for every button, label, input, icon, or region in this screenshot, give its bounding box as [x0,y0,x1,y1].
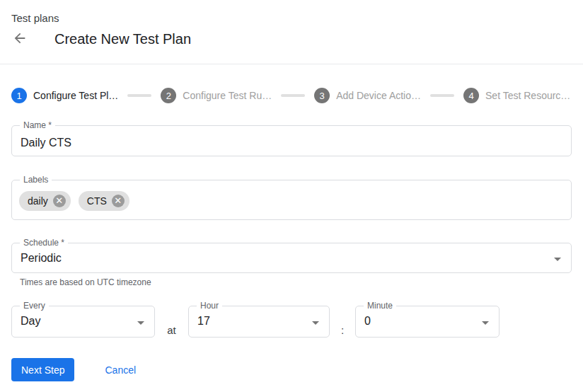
label-chip-cts[interactable]: CTS ✕ [79,191,129,211]
stepper: 1 Configure Test Pl… 2 Configure Test Ru… [0,84,583,107]
next-step-button[interactable]: Next Step [11,358,74,381]
colon-text: : [330,324,355,338]
name-field-label: Name * [20,120,55,130]
schedule-value: Periodic [12,243,571,265]
page-title: Create New Test Plan [54,31,191,47]
cancel-button[interactable]: Cancel [99,360,142,380]
minute-field-label: Minute [364,301,396,311]
chip-text: daily [28,195,48,207]
labels-field-label: Labels [20,175,52,185]
schedule-field-label: Schedule * [20,238,68,248]
chips-row: daily ✕ CTS ✕ [12,180,571,211]
caret-down-icon [137,321,144,325]
stepper-step-add-device-actions[interactable]: 3 Add Device Actio… [314,88,421,103]
every-field-label: Every [20,301,49,311]
step-label: Configure Test Pl… [33,90,118,101]
step-label: Configure Test Ru… [183,90,272,101]
caret-down-icon [312,321,319,325]
name-field: Name * [11,125,572,156]
title-row: Create New Test Plan [0,28,583,50]
step-connector [281,94,305,97]
arrow-left-icon [12,30,28,48]
stepper-step-configure-test-plan[interactable]: 1 Configure Test Pl… [11,88,118,103]
stepper-step-set-test-resources[interactable]: 4 Set Test Resourc… [463,88,570,103]
step-connector [430,94,454,97]
at-text: at [155,324,188,338]
step-number-badge: 2 [161,88,176,103]
step-number-badge: 3 [314,88,330,103]
labels-field[interactable]: Labels daily ✕ CTS ✕ [11,180,572,220]
periodic-schedule-row: Every Day at Hour 17 : Minute 0 [0,306,583,338]
step-number-badge: 1 [11,88,27,103]
schedule-select[interactable]: Schedule * Periodic [11,243,572,273]
every-select[interactable]: Every Day [11,306,155,338]
step-connector [127,94,151,97]
name-input[interactable] [12,126,571,156]
caret-down-icon [554,258,561,261]
hour-field-label: Hour [197,301,222,311]
label-chip-daily[interactable]: daily ✕ [19,191,71,211]
caret-down-icon [482,321,489,325]
step-number-badge: 4 [463,88,479,103]
minute-select[interactable]: Minute 0 [355,306,500,338]
chip-remove-icon[interactable]: ✕ [53,195,66,207]
chip-remove-icon[interactable]: ✕ [112,195,125,207]
step-label: Add Device Actio… [336,90,421,101]
chip-text: CTS [87,195,107,207]
schedule-hint: Times are based on UTC timezone [20,277,572,287]
step-label: Set Test Resourc… [485,90,570,101]
back-button[interactable] [11,30,28,47]
header-divider [0,64,583,64]
actions-row: Next Step Cancel [0,358,583,381]
stepper-step-configure-test-run[interactable]: 2 Configure Test Ru… [161,88,272,103]
breadcrumb: Test plans [0,0,583,24]
hour-select[interactable]: Hour 17 [188,306,330,338]
